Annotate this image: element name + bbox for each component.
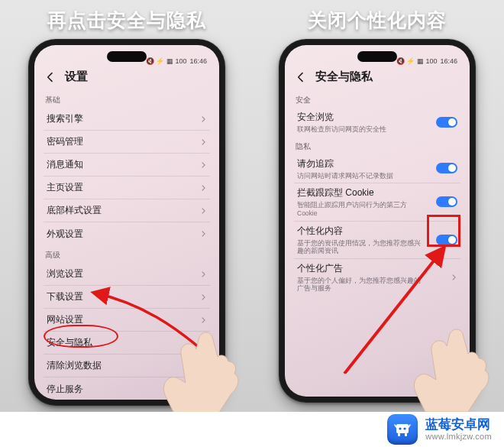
row-label: 密码管理: [47, 135, 83, 148]
left-device: 🔇 ⚡ ▦ 100 16:46 设置 基础 搜索引擎 密码管理 消息通知 主页设…: [28, 39, 225, 406]
status-icons: 🔇 ⚡ ▦ 100: [146, 57, 187, 65]
back-icon[interactable]: [294, 70, 308, 84]
right-screen: 🔇 ⚡ ▦ 100 16:46 安全与隐私 安全 安全浏览 联网检查: [285, 45, 470, 397]
row-sub: 访问网站时请求网站不记录数据: [297, 172, 393, 180]
svg-point-1: [399, 427, 402, 429]
chevron-right-icon: [199, 362, 207, 370]
camera-cutout: [107, 51, 147, 62]
row-label: 消息通知: [47, 158, 83, 171]
list-advanced: 浏览设置 下载设置 网站设置 安全与隐私 清除浏览数据 停止服务: [34, 263, 219, 400]
row-label: 个性化内容: [297, 225, 427, 238]
chevron-right-icon: [199, 385, 207, 393]
row-personalized-ads[interactable]: 个性化广告 基于您的个人偏好，为您推荐您感兴趣的广告与服务: [294, 259, 460, 296]
row-clear-data[interactable]: 清除浏览数据: [44, 355, 210, 377]
row-sub: 基于您的资讯使用情况，为您推荐您感兴趣的新闻资讯: [297, 239, 427, 255]
row-downloads[interactable]: 下载设置: [44, 286, 210, 309]
chevron-right-icon: [199, 161, 207, 169]
toggle-switch[interactable]: [436, 117, 457, 128]
chevron-right-icon: [199, 293, 207, 301]
chevron-right-icon: [450, 274, 457, 281]
row-label: 搜索引擎: [47, 112, 83, 125]
row-label: 个性化广告: [297, 262, 427, 275]
row-appearance[interactable]: 外观设置: [44, 222, 210, 245]
status-right: 🔇 ⚡ ▦ 100 16:46: [396, 57, 457, 65]
row-stop-service[interactable]: 停止服务: [44, 377, 210, 400]
row-label: 清除浏览数据: [47, 359, 102, 372]
section-label-basic: 基础: [34, 90, 219, 108]
back-icon[interactable]: [44, 70, 57, 84]
row-label: 下载设置: [47, 290, 83, 303]
svg-point-2: [404, 427, 406, 429]
toggle-switch[interactable]: [436, 235, 457, 245]
row-safe-browsing[interactable]: 安全浏览 联网检查所访问网页的安全性: [294, 108, 460, 137]
row-label: 请勿追踪: [297, 157, 393, 170]
row-password-mgmt[interactable]: 密码管理: [44, 131, 210, 154]
row-label: 拦截跟踪型 Cookie: [297, 186, 427, 199]
toggle-switch[interactable]: [436, 196, 457, 207]
footer-logo-icon: [387, 414, 418, 445]
row-sub: 基于您的个人偏好，为您推荐您感兴趣的广告与服务: [297, 277, 427, 293]
row-sub: 智能阻止跟踪用户访问行为的第三方 Cookie: [297, 201, 427, 217]
footer-watermark: 蓝莓安卓网 www.lmkjzw.com: [0, 412, 504, 447]
status-right: 🔇 ⚡ ▦ 100 16:46: [146, 57, 207, 65]
chevron-right-icon: [199, 270, 207, 278]
title-bar: 设置: [34, 65, 219, 90]
row-block-cookies[interactable]: 拦截跟踪型 Cookie 智能阻止跟踪用户访问行为的第三方 Cookie: [294, 183, 460, 221]
row-do-not-track[interactable]: 请勿追踪 访问网站时请求网站不记录数据: [294, 154, 460, 184]
row-label: 底部样式设置: [47, 204, 102, 217]
list-basic: 搜索引擎 密码管理 消息通知 主页设置 底部样式设置 外观设置: [34, 108, 219, 245]
chevron-right-icon: [199, 184, 207, 192]
list-privacy: 请勿追踪 访问网站时请求网站不记录数据 拦截跟踪型 Cookie 智能阻止跟踪用…: [285, 154, 470, 296]
chevron-right-icon: [199, 115, 207, 123]
footer-text: 蓝莓安卓网 www.lmkjzw.com: [425, 417, 492, 442]
section-label-privacy: 隐私: [285, 137, 470, 154]
left-instruction: 再点击安全与隐私: [47, 8, 206, 33]
chevron-right-icon: [199, 207, 207, 215]
chevron-right-icon: [199, 316, 207, 324]
page-title: 安全与隐私: [315, 70, 373, 84]
row-label: 停止服务: [47, 383, 83, 396]
status-time: 16:46: [189, 57, 207, 65]
row-notifications[interactable]: 消息通知: [44, 154, 210, 177]
right-panel: 关闭个性化内容 🔇 ⚡ ▦ 100 16:46 安全与隐私 安: [257, 8, 498, 403]
row-search-engine[interactable]: 搜索引擎: [44, 108, 210, 131]
row-label: 浏览设置: [47, 267, 83, 280]
footer-url: www.lmkjzw.com: [425, 432, 492, 442]
chevron-right-icon: [199, 339, 207, 347]
chevron-right-icon: [199, 230, 207, 238]
row-security-privacy[interactable]: 安全与隐私: [44, 332, 210, 355]
row-label: 安全与隐私: [47, 336, 92, 349]
toggle-switch[interactable]: [436, 163, 457, 173]
svg-rect-0: [396, 424, 409, 433]
row-label: 外观设置: [47, 228, 83, 241]
right-device: 🔇 ⚡ ▦ 100 16:46 安全与隐私 安全 安全浏览 联网检查: [279, 39, 476, 403]
camera-cutout: [357, 51, 397, 62]
right-instruction: 关闭个性化内容: [308, 8, 447, 33]
section-label-advanced: 高级: [34, 245, 219, 263]
row-sites[interactable]: 网站设置: [44, 309, 210, 332]
left-screen: 🔇 ⚡ ▦ 100 16:46 设置 基础 搜索引擎 密码管理 消息通知 主页设…: [34, 45, 219, 400]
chevron-right-icon: [199, 138, 207, 146]
svg-rect-3: [398, 433, 400, 436]
row-label: 主页设置: [47, 181, 83, 194]
list-security: 安全浏览 联网检查所访问网页的安全性: [285, 108, 470, 137]
footer-title: 蓝莓安卓网: [425, 417, 492, 432]
row-browsing[interactable]: 浏览设置: [44, 263, 210, 286]
svg-rect-4: [405, 433, 407, 436]
row-label: 安全浏览: [297, 111, 386, 124]
section-label-security: 安全: [285, 90, 470, 108]
row-bottom-style[interactable]: 底部样式设置: [44, 199, 210, 222]
title-bar: 安全与隐私: [285, 65, 470, 90]
row-sub: 联网检查所访问网页的安全性: [297, 125, 386, 134]
row-homepage[interactable]: 主页设置: [44, 177, 210, 199]
left-panel: 再点击安全与隐私 🔇 ⚡ ▦ 100 16:46 设置 基础: [6, 8, 247, 403]
page-title: 设置: [65, 70, 88, 84]
status-icons: 🔇 ⚡ ▦ 100: [396, 57, 438, 65]
row-personalized-content[interactable]: 个性化内容 基于您的资讯使用情况，为您推荐您感兴趣的新闻资讯: [294, 222, 460, 259]
status-time: 16:46: [440, 57, 457, 65]
row-label: 网站设置: [47, 313, 83, 326]
